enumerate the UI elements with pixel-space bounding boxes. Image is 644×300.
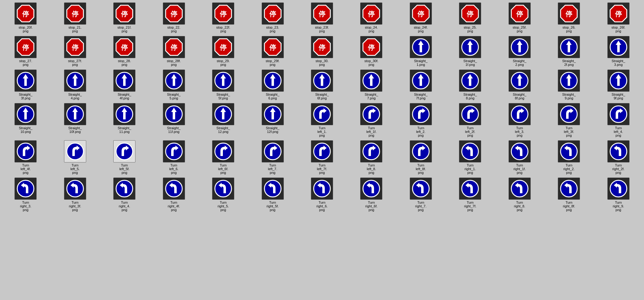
list-item[interactable]: Straight_ 6f.png bbox=[298, 68, 346, 101]
list-item[interactable]: Straight_ 9.png bbox=[545, 68, 593, 101]
thumbnail bbox=[212, 140, 234, 162]
list-item[interactable]: Straight_ 9f.png bbox=[594, 68, 643, 101]
list-item[interactable]: Straight_ 5.png bbox=[149, 68, 198, 101]
list-item[interactable]: Turn right_7f. png bbox=[446, 176, 494, 213]
list-item[interactable]: 停 stop_20f. png bbox=[1, 1, 50, 34]
list-item[interactable]: 停 stop_23f. png bbox=[298, 1, 346, 34]
list-item[interactable]: 停 stop_22. png bbox=[149, 1, 198, 34]
list-item[interactable]: Turn right_5. png bbox=[199, 176, 248, 213]
list-item[interactable]: Turn right_8f. png bbox=[545, 176, 593, 213]
list-item[interactable]: Straight_ 2.png bbox=[495, 35, 544, 68]
thumbnail bbox=[262, 140, 284, 162]
list-item[interactable]: Turn right_5f. png bbox=[248, 176, 297, 213]
list-item[interactable]: Turn left_8f. png bbox=[396, 139, 445, 176]
list-item[interactable]: 停 stop_25. png bbox=[446, 1, 494, 34]
list-item[interactable]: Straight_ 1.png bbox=[396, 35, 445, 68]
list-item[interactable]: Turn left_7. png bbox=[248, 139, 297, 176]
list-item[interactable]: Straight_ 5f.png bbox=[199, 68, 248, 101]
list-item[interactable]: Turn left_6. png bbox=[149, 139, 198, 176]
thumbnail bbox=[262, 103, 284, 125]
list-item[interactable]: 停 stop_29. png bbox=[199, 35, 248, 68]
list-item[interactable]: Turn right_9. png bbox=[594, 176, 643, 213]
list-item[interactable]: Straight_ 10f.png bbox=[50, 102, 99, 138]
list-item[interactable]: Turn left_6f. png bbox=[199, 139, 248, 176]
svg-point-107 bbox=[511, 143, 528, 160]
list-item[interactable]: Turn right_4f. png bbox=[149, 176, 198, 213]
svg-text:停: 停 bbox=[219, 10, 227, 18]
list-item[interactable]: Straight_ 3.png bbox=[594, 35, 643, 68]
list-item[interactable]: Straight_ 7.png bbox=[347, 68, 396, 101]
list-item[interactable]: Straight_ 8.png bbox=[446, 68, 494, 101]
list-item[interactable]: Turn left_8. png bbox=[347, 139, 396, 176]
file-label: Straight_ 11f.png bbox=[167, 126, 181, 134]
list-item[interactable]: Straight_ 6.png bbox=[248, 68, 297, 101]
list-item[interactable]: Straight_ 12f.png bbox=[248, 102, 297, 138]
list-item[interactable]: Straight_ 1f.png bbox=[446, 35, 494, 68]
list-item[interactable]: 停 stop_27. png bbox=[1, 35, 50, 68]
list-item[interactable]: 停 stop_27f. png bbox=[50, 35, 99, 68]
list-item[interactable]: Turn right_2. png bbox=[545, 139, 593, 176]
list-item[interactable]: 停 stop_28f. png bbox=[149, 35, 198, 68]
list-item[interactable]: 停 stop_29f. png bbox=[248, 35, 297, 68]
list-item[interactable]: 停 stop_24f. png bbox=[396, 1, 445, 34]
thumbnail bbox=[64, 103, 86, 125]
list-item[interactable]: Turn left_7f. png bbox=[298, 139, 346, 176]
list-item[interactable]: Straight_ 3f.png bbox=[1, 68, 50, 101]
list-item[interactable]: Straight_ 4f.png bbox=[100, 68, 149, 101]
list-item[interactable]: 停 stop_21. png bbox=[50, 1, 99, 34]
thumbnail: 停 bbox=[113, 2, 135, 25]
thumbnail: 停 bbox=[212, 36, 234, 58]
list-item[interactable]: 停 stop_30f. png bbox=[347, 35, 396, 68]
list-item[interactable]: Straight_ 2f.png bbox=[545, 35, 593, 68]
list-item[interactable]: Turn right_6. png bbox=[298, 176, 346, 213]
list-item[interactable]: Turn left_3f. png bbox=[545, 102, 593, 138]
list-item[interactable]: 停 stop_23. png bbox=[248, 1, 297, 34]
list-item[interactable]: Turn left_5f. png bbox=[100, 139, 149, 176]
thumbnail bbox=[558, 70, 580, 92]
list-item[interactable]: Turn right_4. png bbox=[100, 176, 149, 213]
list-item[interactable]: Turn left_4f. png bbox=[1, 139, 50, 176]
list-item[interactable]: 停 stop_26. png bbox=[545, 1, 593, 34]
list-item[interactable]: Turn right_1. png bbox=[446, 139, 494, 176]
thumbnail bbox=[64, 140, 86, 162]
list-item[interactable]: Turn left_2. png bbox=[396, 102, 445, 138]
list-item[interactable]: Turn right_7. png bbox=[396, 176, 445, 213]
thumbnail bbox=[459, 36, 481, 58]
file-label: Turn right_3. png bbox=[20, 201, 31, 212]
svg-text:停: 停 bbox=[219, 44, 227, 51]
list-item[interactable]: Turn right_3. png bbox=[1, 176, 50, 213]
list-item[interactable]: Straight_ 12.png bbox=[199, 102, 248, 138]
list-item[interactable]: 停 stop_24. png bbox=[347, 1, 396, 34]
list-item[interactable]: Turn left_1. png bbox=[298, 102, 346, 138]
file-label: Turn right_2f. png bbox=[612, 163, 625, 174]
list-item[interactable]: Straight_ 11.png bbox=[100, 102, 149, 138]
list-item[interactable]: Turn left_5. png bbox=[50, 139, 99, 176]
list-item[interactable]: 停 stop_22f. png bbox=[199, 1, 248, 34]
list-item[interactable]: Straight_ 11f.png bbox=[149, 102, 198, 138]
file-label: Straight_ 12f.png bbox=[266, 126, 280, 134]
list-item[interactable]: 停 stop_26f. png bbox=[594, 1, 643, 34]
list-item[interactable]: Straight_ 7f.png bbox=[396, 68, 445, 101]
thumbnail bbox=[607, 178, 630, 200]
list-item[interactable]: 停 stop_28. png bbox=[100, 35, 149, 68]
list-item[interactable]: Turn right_8. png bbox=[495, 176, 544, 213]
list-item[interactable]: Turn left_1f. png bbox=[347, 102, 396, 138]
list-item[interactable]: Turn right_6f. png bbox=[347, 176, 396, 213]
list-item[interactable]: 停 stop_30. png bbox=[298, 35, 346, 68]
list-item[interactable]: Turn left_2f. png bbox=[446, 102, 494, 138]
list-item[interactable]: 停 stop_21f. png bbox=[100, 1, 149, 34]
list-item[interactable]: Turn right_3f. png bbox=[50, 176, 99, 213]
list-item[interactable]: Turn right_1f. png bbox=[495, 139, 544, 176]
thumbnail bbox=[607, 103, 630, 125]
file-label: Turn right_6. png bbox=[316, 201, 328, 212]
thumbnail: 停 bbox=[163, 2, 185, 25]
file-label: stop_26. png bbox=[562, 26, 575, 33]
list-item[interactable]: Straight_ 10.png bbox=[1, 102, 50, 138]
list-item[interactable]: Straight_ 8f.png bbox=[495, 68, 544, 101]
list-item[interactable]: 停 stop_25f. png bbox=[495, 1, 544, 34]
thumbnail: 停 bbox=[509, 2, 531, 25]
list-item[interactable]: Turn right_2f. png bbox=[594, 139, 643, 176]
list-item[interactable]: Turn left_3. png bbox=[495, 102, 544, 138]
list-item[interactable]: Turn left_4. png bbox=[594, 102, 643, 138]
list-item[interactable]: Straight_ 4.png bbox=[50, 68, 99, 101]
